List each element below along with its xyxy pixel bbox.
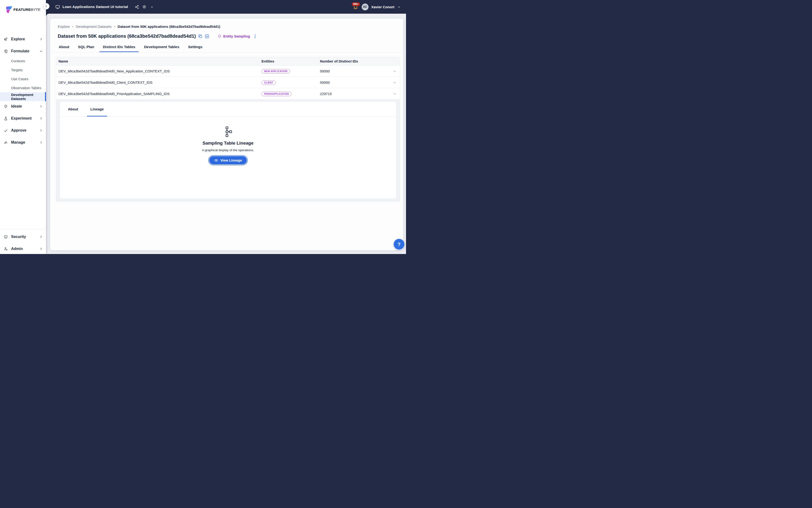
sidebar-nav: Explore Formulate Contexts Targets Use C… [0,34,46,254]
chevron-right-icon [39,129,43,132]
entity-sampling-label: Entity Sampling [223,34,250,38]
lineage-empty-subtitle: A graphical display of the operations. [202,149,254,152]
sidebar-item-security[interactable]: Security [0,231,46,242]
table-row[interactable]: DEV_68ca3be542d7bad8dead54d0_New_Applica… [56,66,400,77]
lineage-graph-icon [224,126,232,137]
column-header-name: Name [56,59,259,63]
chevron-right-icon [39,117,43,120]
sidebar-divider [0,229,46,229]
row-collapse-chevron-up-icon[interactable] [390,92,400,96]
tab-distinct-ids-tables[interactable]: Distinct IDs Tables [102,43,137,52]
entity-sampling-action[interactable]: Entity Sampling [218,34,250,38]
breadcrumb-separator: > [114,25,116,28]
dataset-tabs: About SQL Plan Distinct IDs Tables Devel… [50,43,403,52]
sidebar-item-ideate[interactable]: Ideate [0,101,46,112]
eye-icon [214,158,218,163]
table-cell-count: 229715 [318,92,390,96]
sidebar-item-label: Approve [11,128,27,132]
detail-tab-lineage[interactable]: Lineage [87,102,107,117]
sidebar-collapse-button[interactable] [43,3,49,9]
flask-icon [4,116,8,121]
avatar[interactable]: XC [362,4,368,10]
column-header-count: Number of Distinct IDs [318,59,390,63]
table-cell-name: DEV_68ca3be542d7bad8dead54d0_New_Applica… [56,69,259,73]
featurebyte-logo-mark-icon [6,6,12,13]
lineage-empty-state: Sampling Table Lineage A graphical displ… [60,117,396,164]
entity-badge: PRIORAPPLICATION [262,92,291,96]
help-button[interactable]: ? [394,239,404,250]
entity-badge: CLIENT [262,80,276,85]
sidebar-item-contexts[interactable]: Contexts [0,56,46,65]
table-row[interactable]: DEV_68ca3be542d7bad8dead54d0_PriorApplic… [56,88,400,99]
pulse-icon [4,140,8,145]
entity-badge: NEW APPLICATION [262,69,290,74]
row-expand-chevron-down-icon[interactable] [390,69,400,73]
sidebar-item-observation-tables[interactable]: Observation Tables [0,83,46,92]
table-row[interactable]: DEV_68ca3be542d7bad8dead54d0_Client_CONT… [56,77,400,88]
tab-sql-plan[interactable]: SQL Plan [77,43,95,52]
share-icon[interactable] [134,4,139,9]
chevron-right-icon [39,38,43,41]
table-cell-count: 50000 [318,80,390,84]
page-title: Dataset from 50K applications (68ca3be54… [58,34,196,39]
chevron-right-icon [39,141,43,144]
breadcrumb: Explore > Development Datasets > Dataset… [50,18,403,29]
sidebar-item-label: Admin [11,247,23,251]
lightbulb-icon [4,104,8,109]
workspace-chevron-down-icon[interactable] [149,4,154,9]
sidebar-item-development-datasets[interactable]: Development Datasets [0,92,46,101]
detail-tabs: About Lineage [60,102,396,117]
title-row: Dataset from 50K applications (68ca3be54… [50,29,403,39]
copy-icon[interactable] [198,34,202,38]
breadcrumb-development-datasets[interactable]: Development Datasets [76,25,111,29]
telescope-icon [4,37,8,42]
monitor-icon [55,4,60,9]
expanded-row-detail: About Lineage [56,99,400,201]
sidebar-item-label: Formulate [11,49,29,53]
table-cell-name: DEV_68ca3be542d7bad8dead54d0_PriorApplic… [56,92,259,96]
table-cell-name: DEV_68ca3be542d7bad8dead54d0_Client_CONT… [56,80,259,84]
sidebar-item-formulate[interactable]: Formulate [0,46,46,56]
user-search-icon [4,247,8,251]
breadcrumb-explore[interactable]: Explore [58,25,70,29]
dataset-page-card: Explore > Development Datasets > Dataset… [50,18,403,250]
svg-text:ID: ID [206,35,208,38]
view-lineage-button[interactable]: View Lineage [209,156,247,164]
lineage-empty-title: Sampling Table Lineage [202,140,254,146]
sidebar-item-targets[interactable]: Targets [0,65,46,74]
sidebar-item-label: Security [11,235,26,239]
user-name[interactable]: Xavier Conort [371,5,395,9]
sidebar-item-manage[interactable]: Manage [0,137,46,147]
sidebar-item-explore[interactable]: Explore [0,34,46,44]
main-content: Explore > Development Datasets > Dataset… [46,14,406,254]
sidebar-item-use-cases[interactable]: Use Cases [0,74,46,83]
chevron-right-icon [39,105,43,108]
topbar: Loan Applications Dataset UI tutorial 99… [46,0,406,14]
topbar-user-area: 999+ XC Xavier Conort [353,3,406,10]
shield-check-icon [4,235,8,239]
settings-gear-icon[interactable] [142,4,147,9]
notifications-bell-icon[interactable]: 999+ [353,3,359,10]
workspace-title: Loan Applications Dataset UI tutorial [62,5,128,9]
user-menu-chevron-down-icon[interactable] [397,5,401,9]
sidebar-item-admin[interactable]: Admin [0,244,46,254]
sparkle-spinner-icon [218,34,222,38]
id-icon[interactable]: ID [205,34,209,39]
notification-count-badge: 999+ [352,2,360,6]
detail-tab-about[interactable]: About [64,102,81,117]
featurebyte-logo-text: FEATUREBYTE [13,7,41,12]
chevron-down-icon [39,49,43,53]
kebab-menu-icon[interactable] [254,34,257,38]
workspace-header: Loan Applications Dataset UI tutorial [46,4,154,9]
sidebar: FEATUREBYTE Explore Formulate Contexts T… [0,0,46,254]
view-lineage-label: View Lineage [220,159,242,162]
sidebar-item-experiment[interactable]: Experiment [0,113,46,124]
sidebar-item-approve[interactable]: Approve [0,125,46,136]
row-expand-chevron-down-icon[interactable] [390,81,400,84]
tab-about[interactable]: About [57,43,71,52]
tab-settings[interactable]: Settings [187,43,204,52]
sidebar-item-label: Explore [11,37,25,41]
sampling-detail-panel: About Lineage [60,101,396,199]
chevron-right-icon [39,247,43,250]
tab-development-tables[interactable]: Development Tables [143,43,181,52]
